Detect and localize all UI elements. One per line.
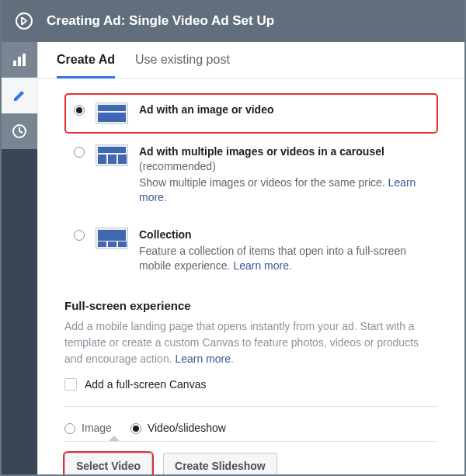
canvas-checkbox-label: Add a full-screen Canvas	[85, 378, 206, 391]
radio-media-video[interactable]	[130, 423, 141, 434]
thumb-single-icon	[96, 102, 128, 124]
header: Creating Ad: Single Video Ad Set Up	[2, 0, 464, 42]
learn-more-link[interactable]: Learn more	[233, 259, 289, 272]
pencil-icon	[12, 89, 26, 102]
page-title: Creating Ad: Single Video Ad Set Up	[47, 13, 274, 29]
media-type-image[interactable]: Image	[64, 421, 112, 434]
radio-format-single[interactable]	[74, 105, 85, 116]
fullscreen-desc: Add a mobile landing page that opens ins…	[38, 318, 464, 367]
canvas-checkbox-row[interactable]: Add a full-screen Canvas	[38, 367, 464, 391]
media-type-video[interactable]: Video/slideshow	[130, 421, 226, 434]
sidebar	[2, 42, 37, 474]
radio-format-collection[interactable]	[74, 230, 85, 241]
radio-media-image[interactable]	[64, 423, 75, 434]
learn-more-link[interactable]: Learn more	[175, 353, 231, 365]
sidebar-item-history[interactable]	[2, 113, 37, 149]
format-collection-desc: Feature a collection of items that open …	[139, 244, 429, 274]
svg-rect-0	[13, 61, 16, 66]
chevron-right-circle-icon[interactable]	[16, 12, 33, 30]
radio-format-carousel[interactable]	[74, 147, 85, 158]
button-row: Select Video Create Slideshow	[64, 441, 438, 474]
tab-create-ad[interactable]: Create Ad	[57, 53, 115, 78]
thumb-carousel-icon	[96, 144, 128, 166]
format-option-single[interactable]: Ad with an image or video	[64, 93, 438, 134]
fullscreen-heading: Full-screen experience	[38, 285, 464, 318]
content-panel: Create Ad Use existing post Ad with an i…	[37, 42, 464, 474]
format-carousel-desc: Show multiple images or videos for the s…	[139, 175, 429, 206]
svg-rect-2	[23, 54, 26, 66]
format-carousel-title: Ad with multiple images or videos in a c…	[139, 144, 429, 174]
media-type-image-label: Image	[82, 422, 112, 434]
format-carousel-recommended: (recommended)	[139, 160, 216, 172]
clock-icon	[12, 124, 26, 138]
format-single-title: Ad with an image or video	[139, 102, 429, 117]
ad-format-section: Ad with an image or video Ad with multip…	[38, 79, 464, 285]
tab-use-existing[interactable]: Use existing post	[135, 53, 230, 78]
bar-chart-icon	[12, 53, 26, 67]
sidebar-item-edit[interactable]	[2, 78, 37, 113]
sidebar-item-insights[interactable]	[2, 42, 37, 78]
media-type-video-label: Video/slideshow	[148, 422, 226, 434]
canvas-checkbox[interactable]	[64, 378, 77, 391]
media-type-row: Image Video/slideshow	[38, 407, 464, 437]
tabs: Create Ad Use existing post	[38, 42, 464, 79]
format-option-collection[interactable]: Collection Feature a collection of items…	[64, 217, 438, 285]
format-collection-title: Collection	[139, 228, 429, 242]
thumb-collection-icon	[96, 228, 128, 249]
select-video-button[interactable]: Select Video	[64, 453, 152, 474]
format-option-carousel[interactable]: Ad with multiple images or videos in a c…	[64, 134, 438, 217]
create-slideshow-button[interactable]: Create Slideshow	[163, 453, 277, 474]
svg-rect-1	[18, 57, 21, 66]
